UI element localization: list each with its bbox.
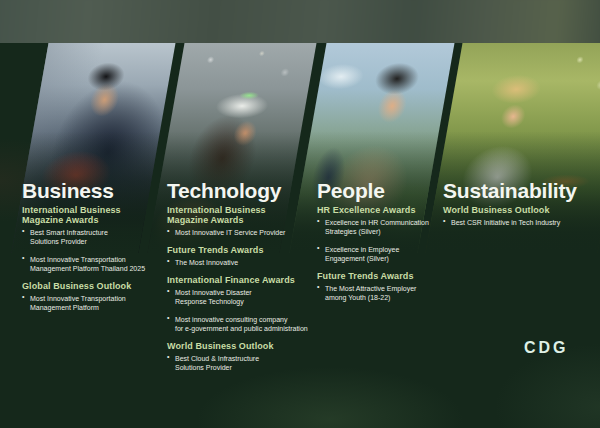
award-item: Best Cloud & Infrastructure Solutions Pr…: [167, 354, 315, 372]
award-org-heading: World Business Outlook: [167, 341, 315, 351]
column-title: Sustainability: [443, 181, 597, 201]
column-technology: Technology International Business Magazi…: [167, 181, 315, 372]
award-section: HR Excellence Awards Excellence in HR Co…: [317, 205, 459, 263]
bullet-icon: [167, 227, 169, 234]
award-item-text: Excellence in HR Communication Strategie…: [325, 218, 459, 236]
award-item: Most Innovative Disaster Response Techno…: [167, 288, 315, 306]
column-sustainability: Sustainability World Business Outlook Be…: [443, 181, 597, 227]
bullet-icon: [317, 217, 319, 224]
award-item: Most innovative consulting company for e…: [167, 315, 315, 333]
award-item-text: Most Innovative IT Service Provider: [175, 228, 315, 237]
award-item-text: The Most Innovative: [175, 258, 315, 267]
award-item: Excellence in HR Communication Strategie…: [317, 218, 459, 236]
bullet-icon: [167, 353, 169, 360]
award-item: Most Innovative Transportation Managemen…: [22, 255, 154, 273]
award-section: Future Trends Awards The Most Innovative: [167, 245, 315, 267]
bullet-icon: [167, 287, 169, 294]
award-section: International Finance Awards Most Innova…: [167, 275, 315, 333]
award-item: Best Smart Infrastructure Solutions Prov…: [22, 228, 154, 246]
award-section: International Business Magazine Awards M…: [167, 205, 315, 237]
column-title: Business: [22, 181, 154, 201]
blurred-header-band: [0, 0, 600, 43]
award-section: Global Business Outlook Most Innovative …: [22, 281, 154, 312]
award-item-text: Best Cloud & Infrastructure Solutions Pr…: [175, 354, 315, 372]
award-item: Most Innovative IT Service Provider: [167, 228, 315, 237]
award-section: International Business Magazine Awards B…: [22, 205, 154, 273]
award-item-text: Most Innovative Transportation Managemen…: [30, 294, 154, 312]
column-people: People HR Excellence Awards Excellence i…: [317, 181, 459, 302]
award-section: Future Trends Awards The Most Attractive…: [317, 271, 459, 302]
column-business: Business International Business Magazine…: [22, 181, 154, 312]
bullet-icon: [22, 293, 24, 300]
award-item-text: Best Smart Infrastructure Solutions Prov…: [30, 228, 154, 246]
bullet-icon: [167, 314, 169, 321]
award-item: Most Innovative Transportation Managemen…: [22, 294, 154, 312]
award-item-text: Most innovative consulting company for e…: [175, 315, 315, 333]
column-title: People: [317, 181, 459, 201]
award-org-heading: International Business Magazine Awards: [22, 205, 154, 225]
award-org-heading: World Business Outlook: [443, 205, 597, 215]
award-item: Excellence in Employee Engagement (Silve…: [317, 245, 459, 263]
bullet-icon: [443, 217, 445, 224]
award-org-heading: Global Business Outlook: [22, 281, 154, 291]
bullet-icon: [317, 283, 319, 290]
column-title: Technology: [167, 181, 315, 201]
award-org-heading: Future Trends Awards: [317, 271, 459, 281]
award-item-text: Best CSR Initiative in Tech Industry: [451, 218, 597, 227]
award-item-text: Most Innovative Transportation Managemen…: [30, 255, 154, 273]
award-item-text: Most Innovative Disaster Response Techno…: [175, 288, 315, 306]
bullet-icon: [22, 254, 24, 261]
cdg-logo: CDG: [524, 339, 569, 357]
award-section: World Business Outlook Best Cloud & Infr…: [167, 341, 315, 372]
bullet-icon: [22, 227, 24, 234]
award-item: The Most Innovative: [167, 258, 315, 267]
bullet-icon: [317, 244, 319, 251]
award-org-heading: HR Excellence Awards: [317, 205, 459, 215]
award-org-heading: Future Trends Awards: [167, 245, 315, 255]
awards-slide: Business International Business Magazine…: [0, 0, 600, 428]
award-item: Best CSR Initiative in Tech Industry: [443, 218, 597, 227]
award-org-heading: International Finance Awards: [167, 275, 315, 285]
award-org-heading: International Business Magazine Awards: [167, 205, 315, 225]
award-section: World Business Outlook Best CSR Initiati…: [443, 205, 597, 227]
award-item-text: The Most Attractive Employer among Youth…: [325, 284, 459, 302]
award-item-text: Excellence in Employee Engagement (Silve…: [325, 245, 459, 263]
award-item: The Most Attractive Employer among Youth…: [317, 284, 459, 302]
bullet-icon: [167, 257, 169, 264]
